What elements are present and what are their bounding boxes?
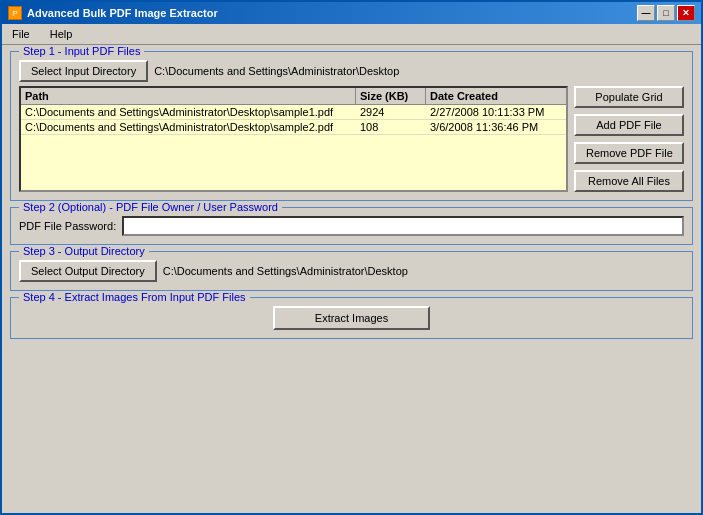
step4-legend: Step 4 - Extract Images From Input PDF F… [19,291,250,303]
col-path-header: Path [21,88,356,104]
menu-help[interactable]: Help [44,26,79,42]
file2-date: 3/6/2008 11:36:46 PM [426,120,566,134]
close-button[interactable]: ✕ [677,5,695,21]
step3-row: Select Output Directory C:\Documents and… [19,260,684,282]
step3-section: Step 3 - Output Directory Select Output … [10,251,693,291]
step1-legend: Step 1 - Input PDF Files [19,45,144,57]
extract-row: Extract Images [19,306,684,330]
file2-size: 108 [356,120,426,134]
col-date-header: Date Created [426,88,566,104]
maximize-button[interactable]: □ [657,5,675,21]
title-buttons: — □ ✕ [637,5,695,21]
remove-all-button[interactable]: Remove All Files [574,170,684,192]
step1-top-row: Select Input Directory C:\Documents and … [19,60,684,82]
file2-path: C:\Documents and Settings\Administrator\… [21,120,356,134]
add-pdf-button[interactable]: Add PDF File [574,114,684,136]
menu-file[interactable]: File [6,26,36,42]
step1-section: Step 1 - Input PDF Files Select Input Di… [10,51,693,201]
menu-bar: File Help [2,24,701,45]
remove-pdf-button[interactable]: Remove PDF File [574,142,684,164]
file1-date: 2/27/2008 10:11:33 PM [426,105,566,119]
extract-images-button[interactable]: Extract Images [273,306,430,330]
step2-legend: Step 2 (Optional) - PDF File Owner / Use… [19,201,282,213]
output-path-display: C:\Documents and Settings\Administrator\… [163,265,408,277]
content-area: Step 1 - Input PDF Files Select Input Di… [2,45,701,513]
populate-grid-button[interactable]: Populate Grid [574,86,684,108]
minimize-button[interactable]: — [637,5,655,21]
title-bar: P Advanced Bulk PDF Image Extractor — □ … [2,2,701,24]
app-icon: P [8,6,22,20]
select-input-directory-button[interactable]: Select Input Directory [19,60,148,82]
table-row[interactable]: C:\Documents and Settings\Administrator\… [21,105,566,120]
password-row: PDF File Password: [19,216,684,236]
step4-section: Step 4 - Extract Images From Input PDF F… [10,297,693,339]
grid-header: Path Size (KB) Date Created [21,88,566,105]
file-grid: Path Size (KB) Date Created C:\Documents… [19,86,568,192]
file-grid-container: Path Size (KB) Date Created C:\Documents… [19,86,684,192]
file1-path: C:\Documents and Settings\Administrator\… [21,105,356,119]
grid-buttons: Populate Grid Add PDF File Remove PDF Fi… [574,86,684,192]
password-input[interactable] [122,216,684,236]
input-path-display: C:\Documents and Settings\Administrator\… [154,65,399,77]
col-size-header: Size (KB) [356,88,426,104]
select-output-directory-button[interactable]: Select Output Directory [19,260,157,282]
main-window: P Advanced Bulk PDF Image Extractor — □ … [0,0,703,515]
step3-legend: Step 3 - Output Directory [19,245,149,257]
file1-size: 2924 [356,105,426,119]
title-bar-left: P Advanced Bulk PDF Image Extractor [8,6,218,20]
table-row[interactable]: C:\Documents and Settings\Administrator\… [21,120,566,135]
password-label: PDF File Password: [19,220,116,232]
step2-section: Step 2 (Optional) - PDF File Owner / Use… [10,207,693,245]
window-title: Advanced Bulk PDF Image Extractor [27,7,218,19]
